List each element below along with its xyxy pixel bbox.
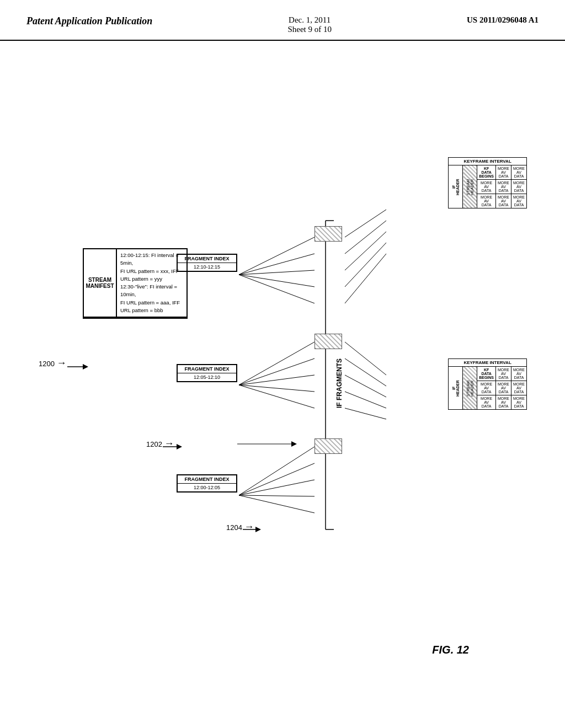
svg-line-29 <box>345 358 386 386</box>
fragment-box-2: FRAGMENT INDEX 12:05-12:10 <box>177 364 237 382</box>
page-header: Patent Application Publication Dec. 1, 2… <box>0 0 565 41</box>
svg-line-22 <box>239 495 315 513</box>
svg-line-8 <box>239 237 315 275</box>
svg-line-15 <box>239 375 315 385</box>
svg-line-27 <box>345 254 386 303</box>
data-table-lower: KEYFRAME INTERVAL IFHEADER STREAMHEADER … <box>448 358 527 410</box>
label-1200: 1200 → <box>39 357 67 369</box>
svg-line-28 <box>345 342 386 375</box>
data-structure-lower: KEYFRAME INTERVAL IFHEADER STREAMHEADER … <box>448 358 527 410</box>
manifest-label: STREAMMANIFEST <box>84 249 117 317</box>
svg-marker-3 <box>177 444 182 449</box>
svg-line-18 <box>239 447 315 495</box>
svg-line-14 <box>239 358 315 385</box>
svg-marker-5 <box>291 441 297 447</box>
header-left: Patent Application Publication <box>26 15 152 27</box>
svg-line-23 <box>345 210 386 237</box>
svg-line-11 <box>239 275 315 287</box>
svg-marker-7 <box>255 527 261 532</box>
header-right: US 2011/0296048 A1 <box>467 15 539 25</box>
data-table-upper: KEYFRAME INTERVAL IFHEADER STREAMHEADER … <box>448 157 527 208</box>
label-1202: 1202 → <box>146 438 174 449</box>
figure-label: FIG. 12 <box>432 644 469 656</box>
if-fragments-label: IF FRAGMENTS <box>335 226 343 540</box>
fragment-box-1: FRAGMENT INDEX 12:10-12:15 <box>177 254 237 272</box>
svg-line-32 <box>345 408 386 419</box>
diagram-area: 1200 → STREAMMANIFEST 12:00-12:15: FI in… <box>28 72 541 700</box>
svg-line-20 <box>239 480 315 495</box>
svg-line-13 <box>239 342 315 385</box>
svg-line-10 <box>239 270 315 275</box>
manifest-box: STREAMMANIFEST 12:00-12:15: FI interval … <box>83 248 188 319</box>
label-1204: 1204 → <box>226 521 254 533</box>
data-structure-upper: KEYFRAME INTERVAL IFHEADER STREAMHEADER … <box>448 157 527 208</box>
fragment-box-3: FRAGMENT INDEX 12:00-12:05 <box>177 474 237 493</box>
header-center: Dec. 1, 2011 Sheet 9 of 10 <box>287 15 332 34</box>
svg-line-19 <box>239 463 315 495</box>
svg-marker-1 <box>83 364 88 370</box>
svg-line-12 <box>239 275 315 303</box>
svg-line-21 <box>239 495 315 496</box>
svg-line-9 <box>239 254 315 275</box>
